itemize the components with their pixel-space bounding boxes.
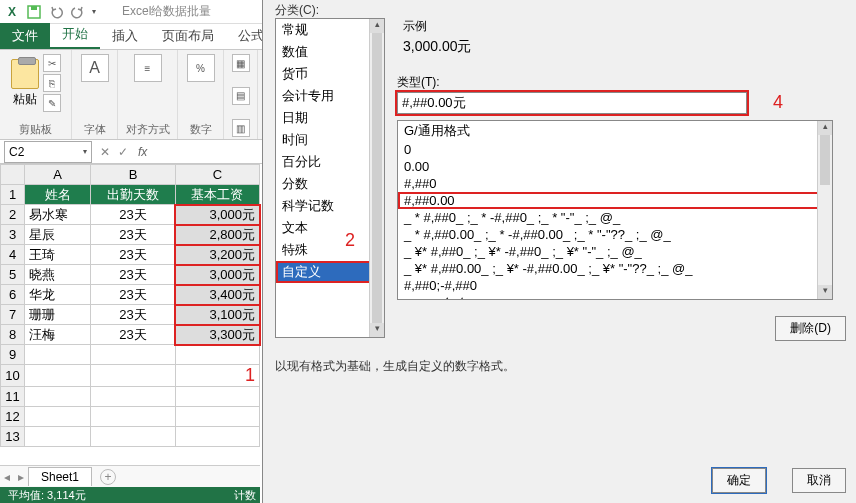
cut-icon[interactable]: ✂ <box>43 54 61 72</box>
row-10[interactable]: 10 <box>1 365 25 387</box>
add-sheet-icon[interactable]: + <box>100 469 116 485</box>
cell-A3[interactable]: 星辰 <box>25 225 91 245</box>
scroll-down-icon[interactable]: ▾ <box>370 323 384 337</box>
format-item[interactable]: 0.00 <box>398 158 832 175</box>
cell-B6[interactable]: 23天 <box>91 285 175 305</box>
row-1[interactable]: 1 <box>1 185 25 205</box>
cell-C1[interactable]: 基本工资 <box>175 185 259 205</box>
formula-cancel-icon[interactable]: ✕ <box>96 145 114 159</box>
format-item-highlighted[interactable]: #,##0.00 <box>398 192 832 209</box>
delete-button[interactable]: 删除(D) <box>775 316 846 341</box>
scroll-thumb[interactable] <box>820 135 830 185</box>
category-item[interactable]: 特殊 <box>276 239 384 261</box>
tab-file[interactable]: 文件 <box>0 23 50 49</box>
category-item[interactable]: 时间 <box>276 129 384 151</box>
tab-nav-next-icon[interactable]: ▸ <box>14 470 28 484</box>
type-input[interactable] <box>397 92 747 114</box>
formula-ok-icon[interactable]: ✓ <box>114 145 132 159</box>
category-item-custom[interactable]: 自定义 <box>276 261 384 283</box>
cell-A4[interactable]: 王琦 <box>25 245 91 265</box>
ok-button[interactable]: 确定 <box>712 468 766 493</box>
cell-C7[interactable]: 3,100元 <box>175 305 259 325</box>
qat-dropdown-icon[interactable]: ▾ <box>92 7 96 16</box>
align-icon[interactable]: ≡ <box>134 54 162 82</box>
category-item[interactable]: 货币 <box>276 63 384 85</box>
cell-B5[interactable]: 23天 <box>91 265 175 285</box>
save-icon[interactable] <box>26 4 42 20</box>
row-7[interactable]: 7 <box>1 305 25 325</box>
cell-style-icon[interactable]: ▥ <box>232 119 250 137</box>
format-scrollbar[interactable]: ▴ ▾ <box>817 121 832 299</box>
scroll-up-icon[interactable]: ▴ <box>370 19 384 33</box>
font-icon[interactable]: A <box>81 54 109 82</box>
format-item[interactable]: _ ¥* #,##0_ ;_ ¥* -#,##0_ ;_ ¥* "-"_ ;_ … <box>398 243 832 260</box>
row-5[interactable]: 5 <box>1 265 25 285</box>
category-scrollbar[interactable]: ▴ ▾ <box>369 19 384 337</box>
cancel-button[interactable]: 取消 <box>792 468 846 493</box>
tab-layout[interactable]: 页面布局 <box>150 23 226 49</box>
select-all[interactable] <box>1 165 25 185</box>
grid[interactable]: A B C 1 姓名 出勤天数 基本工资 2易水寒23天3,000元 3星辰23… <box>0 164 260 447</box>
col-C[interactable]: C <box>175 165 259 185</box>
col-B[interactable]: B <box>91 165 175 185</box>
cell-A8[interactable]: 汪梅 <box>25 325 91 345</box>
category-item[interactable]: 会计专用 <box>276 85 384 107</box>
category-item[interactable]: 日期 <box>276 107 384 129</box>
category-item[interactable]: 常规 <box>276 19 384 41</box>
cell-B7[interactable]: 23天 <box>91 305 175 325</box>
format-item[interactable]: _ * #,##0.00_ ;_ * -#,##0.00_ ;_ * "-"??… <box>398 226 832 243</box>
cell-A5[interactable]: 晓燕 <box>25 265 91 285</box>
percent-icon[interactable]: % <box>187 54 215 82</box>
format-painter-icon[interactable]: ✎ <box>43 94 61 112</box>
category-item[interactable]: 文本 <box>276 217 384 239</box>
format-item[interactable]: #,##0;[红色]-#,##0 <box>398 294 832 300</box>
scroll-down-icon[interactable]: ▾ <box>818 285 832 299</box>
cell-C6[interactable]: 3,400元 <box>175 285 259 305</box>
format-item[interactable]: _ * #,##0_ ;_ * -#,##0_ ;_ * "-"_ ;_ @_ <box>398 209 832 226</box>
row-6[interactable]: 6 <box>1 285 25 305</box>
conditional-format-icon[interactable]: ▦ <box>232 54 250 72</box>
name-box[interactable]: C2 ▾ <box>4 141 92 163</box>
category-item[interactable]: 百分比 <box>276 151 384 173</box>
cell-A2[interactable]: 易水寒 <box>25 205 91 225</box>
copy-icon[interactable]: ⎘ <box>43 74 61 92</box>
format-item[interactable]: #,##0 <box>398 175 832 192</box>
undo-icon[interactable] <box>48 4 64 20</box>
tab-nav-prev-icon[interactable]: ◂ <box>0 470 14 484</box>
spreadsheet[interactable]: A B C 1 姓名 出勤天数 基本工资 2易水寒23天3,000元 3星辰23… <box>0 164 260 487</box>
sheet-tab[interactable]: Sheet1 <box>28 467 92 486</box>
redo-icon[interactable] <box>70 4 86 20</box>
row-12[interactable]: 12 <box>1 407 25 427</box>
format-item[interactable]: #,##0;-#,##0 <box>398 277 832 294</box>
row-4[interactable]: 4 <box>1 245 25 265</box>
table-format-icon[interactable]: ▤ <box>232 87 250 105</box>
row-9[interactable]: 9 <box>1 345 25 365</box>
format-item[interactable]: _ ¥* #,##0.00_ ;_ ¥* -#,##0.00_ ;_ ¥* "-… <box>398 260 832 277</box>
row-11[interactable]: 11 <box>1 387 25 407</box>
namebox-dropdown-icon[interactable]: ▾ <box>83 147 87 156</box>
cell-A1[interactable]: 姓名 <box>25 185 91 205</box>
tab-home[interactable]: 开始 <box>50 21 100 49</box>
row-8[interactable]: 8 <box>1 325 25 345</box>
cell-B3[interactable]: 23天 <box>91 225 175 245</box>
paste-button[interactable]: 粘贴 <box>11 59 39 108</box>
row-2[interactable]: 2 <box>1 205 25 225</box>
format-list[interactable]: G/通用格式 0 0.00 #,##0 #,##0.00 _ * #,##0_ … <box>397 120 833 300</box>
cell-C4[interactable]: 3,200元 <box>175 245 259 265</box>
cell-A7[interactable]: 珊珊 <box>25 305 91 325</box>
scroll-up-icon[interactable]: ▴ <box>818 121 832 135</box>
cell-C5[interactable]: 3,000元 <box>175 265 259 285</box>
format-item[interactable]: G/通用格式 <box>398 121 832 141</box>
cell-B2[interactable]: 23天 <box>91 205 175 225</box>
cell-C2[interactable]: 3,000元 <box>175 205 259 225</box>
cell-B1[interactable]: 出勤天数 <box>91 185 175 205</box>
cell-B4[interactable]: 23天 <box>91 245 175 265</box>
format-item[interactable]: 0 <box>398 141 832 158</box>
category-item[interactable]: 数值 <box>276 41 384 63</box>
category-item[interactable]: 科学记数 <box>276 195 384 217</box>
cell-C8[interactable]: 3,300元 <box>175 325 259 345</box>
scroll-thumb[interactable] <box>372 33 382 323</box>
category-list[interactable]: 常规 数值 货币 会计专用 日期 时间 百分比 分数 科学记数 文本 特殊 自定… <box>275 18 385 338</box>
cell-C3[interactable]: 2,800元 <box>175 225 259 245</box>
category-item[interactable]: 分数 <box>276 173 384 195</box>
